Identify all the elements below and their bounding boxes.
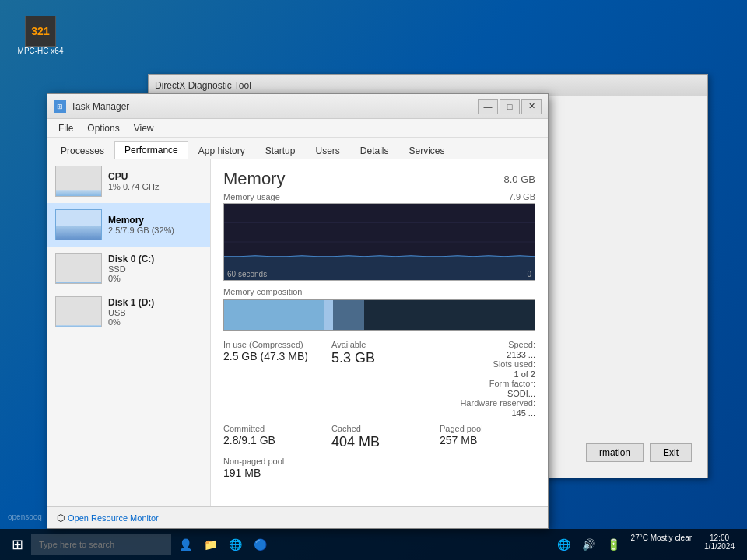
taskbar-search-input[interactable] xyxy=(31,534,171,555)
desktop-icon-mpc[interactable]: 321 MPC-HC x64 xyxy=(16,16,65,55)
graph-time-end: 0 xyxy=(527,270,531,278)
close-button[interactable]: ✕ xyxy=(521,99,542,114)
comp-in-use xyxy=(224,300,324,330)
taskbar-icon-3[interactable]: 🌐 xyxy=(224,534,246,555)
svg-marker-3 xyxy=(224,256,535,280)
sidebar-item-disk1[interactable]: Disk 1 (D:) USB 0% xyxy=(47,290,210,334)
sidebar-item-cpu[interactable]: CPU 1% 0.74 GHz xyxy=(47,159,210,203)
form-value: SODI... xyxy=(440,389,535,398)
task-manager-window: ⊞ Task Manager — □ ✕ File Options View P… xyxy=(47,93,549,529)
comp-available xyxy=(364,300,535,330)
cpu-thumb-graph xyxy=(56,190,101,196)
taskbar-icon-1[interactable]: 👤 xyxy=(174,534,196,555)
tab-services[interactable]: Services xyxy=(399,142,455,159)
memory-label: Memory xyxy=(108,215,202,226)
more-info-button[interactable]: rmation xyxy=(586,443,644,462)
taskbar: ⊞ 👤 📁 🌐 🔵 🌐 🔊 🔋 27°C Mostly clear 12:00 … xyxy=(0,529,747,560)
hw-reserved-value: 145 ... xyxy=(440,408,535,418)
usage-label-row: Memory usage 7.9 GB xyxy=(223,192,535,201)
menu-bar: File Options View xyxy=(47,119,548,138)
form-label: Form factor: xyxy=(440,379,535,388)
disk0-thumb-graph xyxy=(56,282,101,283)
tab-users[interactable]: Users xyxy=(305,142,349,159)
open-resource-monitor-link[interactable]: Open Resource Monitor xyxy=(68,513,159,523)
cpu-label: CPU xyxy=(108,171,202,182)
stats-grid: In use (Compressed) 2.5 GB (47.3 MB) Ava… xyxy=(223,340,535,479)
taskbar-icon-2[interactable]: 📁 xyxy=(199,534,221,555)
task-manager-title-text: Task Manager xyxy=(71,101,129,112)
slots-label: Slots used: xyxy=(440,359,535,369)
directx-title-text: DirectX Diagnostic Tool xyxy=(155,80,251,91)
taskbar-system-icons: 🌐 🔊 🔋 27°C Mostly clear 12:00 1/1/2024 xyxy=(553,534,741,555)
weather-display: 27°C Mostly clear xyxy=(628,534,695,555)
taskbar-clock[interactable]: 12:00 1/1/2024 xyxy=(698,534,741,555)
memory-title: Memory xyxy=(223,169,285,189)
battery-icon[interactable]: 🔋 xyxy=(603,534,625,555)
tab-performance[interactable]: Performance xyxy=(114,141,188,159)
desktop: 321 MPC-HC x64 DirectX Diagnostic Tool "… xyxy=(0,0,747,560)
mpc-icon: 321 xyxy=(25,16,56,47)
tab-bar: Processes Performance App history Startu… xyxy=(47,138,548,159)
right-panel: Memory 8.0 GB Memory usage 7.9 GB xyxy=(211,159,548,506)
sidebar-item-disk0[interactable]: Disk 0 (C:) SSD 0% xyxy=(47,247,210,290)
title-bar-left: ⊞ Task Manager xyxy=(54,100,129,113)
stat-available: Available 5.3 GB xyxy=(331,340,427,418)
menu-file[interactable]: File xyxy=(52,121,79,135)
available-label: Available xyxy=(331,340,427,349)
clock-time: 12:00 xyxy=(704,534,735,542)
tab-startup[interactable]: Startup xyxy=(255,142,306,159)
tab-processes[interactable]: Processes xyxy=(51,142,114,159)
disk1-sub1: USB xyxy=(108,308,202,317)
stat-committed: Committed 2.8/9.1 GB xyxy=(223,424,319,450)
tab-details[interactable]: Details xyxy=(350,142,399,159)
disk1-thumb xyxy=(55,296,102,327)
taskbar-icon-4[interactable]: 🔵 xyxy=(249,534,271,555)
usage-max-text: 7.9 GB xyxy=(509,192,535,201)
committed-value: 2.8/9.1 GB xyxy=(223,434,319,446)
composition-bar xyxy=(223,299,535,331)
sidebar-item-memory[interactable]: Memory 2.5/7.9 GB (32%) xyxy=(47,203,210,247)
menu-view[interactable]: View xyxy=(128,121,160,135)
task-manager-title-bar: ⊞ Task Manager — □ ✕ xyxy=(47,94,548,119)
speed-value: 2133 ... xyxy=(440,350,535,359)
memory-sub: 2.5/7.9 GB (32%) xyxy=(108,226,202,235)
task-manager-icon: ⊞ xyxy=(54,100,66,113)
stat-paged: Paged pool 257 MB xyxy=(440,424,535,450)
directx-buttons: rmation Exit xyxy=(586,443,692,462)
watermark: opensooq xyxy=(8,513,42,521)
committed-label: Committed xyxy=(223,424,319,433)
cpu-sub: 1% 0.74 GHz xyxy=(108,182,202,191)
comp-compressed xyxy=(324,300,333,330)
menu-options[interactable]: Options xyxy=(81,121,125,135)
usage-label-text: Memory usage xyxy=(223,192,280,201)
memory-total: 8.0 GB xyxy=(504,173,535,185)
composition-label: Memory composition xyxy=(223,287,535,296)
disk0-info: Disk 0 (C:) SSD 0% xyxy=(108,254,202,283)
network-icon[interactable]: 🌐 xyxy=(553,534,575,555)
volume-icon[interactable]: 🔊 xyxy=(578,534,600,555)
resource-monitor-icon: ⬡ xyxy=(57,513,65,523)
slots-value: 1 of 2 xyxy=(440,369,535,379)
paged-label: Paged pool xyxy=(440,424,535,433)
speed-label: Speed: xyxy=(440,340,535,349)
tab-app-history[interactable]: App history xyxy=(188,142,255,159)
main-content: CPU 1% 0.74 GHz Memory 2.5/7.9 GB (32%) xyxy=(47,159,548,506)
memory-thumb xyxy=(55,209,102,240)
start-button[interactable]: ⊞ xyxy=(6,534,28,555)
sidebar: CPU 1% 0.74 GHz Memory 2.5/7.9 GB (32%) xyxy=(47,159,211,506)
memory-graph: 60 seconds 0 xyxy=(223,203,535,281)
hw-reserved-label: Hardware reserved: xyxy=(440,398,535,408)
memory-graph-svg xyxy=(224,204,535,280)
paged-value: 257 MB xyxy=(440,434,535,446)
maximize-button[interactable]: □ xyxy=(500,99,520,114)
stat-in-use: In use (Compressed) 2.5 GB (47.3 MB) xyxy=(223,340,319,418)
watermark-text: opensooq xyxy=(8,513,42,521)
graph-time-label: 60 seconds xyxy=(227,270,267,278)
cpu-info: CPU 1% 0.74 GHz xyxy=(108,171,202,191)
exit-button[interactable]: Exit xyxy=(650,443,692,462)
minimize-button[interactable]: — xyxy=(478,99,498,114)
disk0-sub1: SSD xyxy=(108,264,202,274)
disk0-label: Disk 0 (C:) xyxy=(108,254,202,264)
comp-standby xyxy=(333,300,364,330)
memory-thumb-graph xyxy=(56,226,101,240)
